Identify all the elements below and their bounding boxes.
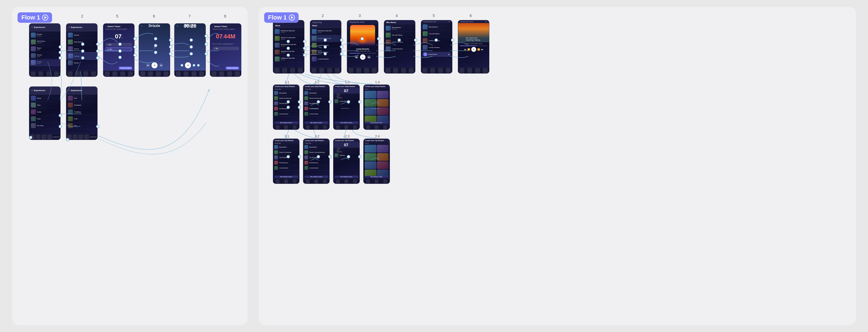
conn-dot[interactable] — [205, 34, 208, 37]
screen-r13[interactable]: Create your sleep Playlist 07: ✓ Tune ○ … — [333, 84, 360, 130]
screen-r22[interactable]: Create your nap Playlist Today Mix Mount… — [303, 139, 330, 184]
conn-dot[interactable] — [133, 45, 137, 49]
conn-dot[interactable] — [81, 56, 84, 59]
conn-dot[interactable] — [118, 56, 122, 59]
conn-dot[interactable] — [59, 114, 62, 117]
conn-dot[interactable] — [303, 54, 306, 57]
conn-dot[interactable] — [317, 100, 320, 104]
screen-r11[interactable]: Create your sleep Playlist Today Mix Mou… — [273, 84, 300, 130]
conn-dot[interactable] — [377, 37, 380, 40]
conn-dot[interactable] — [303, 47, 306, 50]
conn-dot[interactable] — [133, 37, 137, 40]
rcol-label-23: 2.3 — [345, 134, 350, 138]
screen-r4[interactable]: Mix None MountaineerAlt Rock The Hill Ob… — [384, 20, 415, 74]
conn-dot[interactable] — [451, 38, 454, 42]
conn-dot[interactable] — [190, 45, 193, 49]
conn-dot[interactable] — [59, 125, 62, 128]
conn-dot[interactable] — [154, 44, 157, 47]
list-item: The Hill Obliso — [421, 30, 452, 37]
conn-dot[interactable] — [287, 155, 290, 158]
conn-dot[interactable] — [205, 43, 208, 46]
conn-dot[interactable] — [118, 49, 122, 53]
screen-r12[interactable]: Create your sleep Playlist Today Mix Mou… — [303, 84, 330, 130]
screen-1[interactable]: ≡ Experiences DrizzleNature Soil VoicesA… — [29, 23, 61, 77]
screen-r5[interactable]: Playing Mix name▼ Mountaineer The Hill O… — [421, 20, 452, 74]
conn-dot[interactable] — [298, 100, 301, 104]
conn-dot[interactable] — [81, 49, 84, 53]
conn-dot[interactable] — [287, 100, 290, 104]
conn-dot[interactable] — [323, 38, 327, 42]
screen-r6[interactable]: Playing Mix name▼ We Hand You Anything P… — [458, 20, 489, 74]
list-item: Flute — [29, 115, 60, 122]
conn-dot[interactable] — [29, 136, 32, 139]
screen-2b[interactable]: ≡ Experiences Cell Heartbeat Tumbling Tr… — [66, 86, 97, 140]
conn-dot[interactable] — [340, 45, 343, 49]
conn-dot[interactable] — [358, 155, 362, 158]
conn-dot[interactable] — [328, 100, 332, 104]
right-flow-header[interactable]: Flow 1 — [264, 12, 299, 23]
screen-1b[interactable]: ≡ Experiences Piano Harp Guitar Flute — [29, 86, 61, 140]
conn-dot[interactable] — [66, 138, 69, 141]
conn-dot[interactable] — [347, 155, 350, 158]
conn-dot[interactable] — [358, 100, 362, 104]
screen-r3[interactable]: Playing Mix name Lively Deserts Lovely C… — [347, 20, 378, 74]
conn-dot[interactable] — [303, 40, 306, 43]
conn-dot[interactable] — [287, 106, 290, 109]
right-flow-panel: Flow 1 1 2 3 4 5 6 1.1 1.2 1.3 1.4 2.1 2… — [259, 7, 856, 325]
conn-dot[interactable] — [298, 106, 301, 109]
screen-8[interactable]: ‹ Select Timer Select how long it should… — [210, 23, 241, 77]
conn-dot[interactable] — [133, 54, 137, 57]
conn-dot[interactable] — [169, 45, 172, 49]
screen-r23[interactable]: Create your nap Playlist 07: ✓ Tune ○ Ze… — [333, 139, 360, 184]
conn-dot[interactable] — [340, 38, 343, 42]
conn-dot[interactable] — [414, 38, 417, 42]
conn-dot[interactable] — [169, 38, 172, 42]
conn-dot[interactable] — [59, 56, 62, 59]
conn-dot[interactable] — [347, 100, 350, 104]
conn-dot[interactable] — [323, 52, 327, 55]
conn-dot[interactable] — [96, 125, 99, 128]
conn-dot[interactable] — [59, 51, 62, 54]
col-label-5: 5 — [116, 14, 118, 18]
list-item: Top Hill Sides — [303, 155, 329, 160]
conn-dot[interactable] — [96, 56, 99, 59]
rcol-label-5: 5 — [433, 13, 435, 18]
conn-dot[interactable] — [154, 37, 157, 40]
list-item: Mountaineer — [273, 90, 299, 96]
left-flow-header[interactable]: Flow 1 — [18, 12, 52, 23]
screen-r24[interactable]: Create your nap Playlist iOS 1 Mix Getti… — [363, 139, 390, 184]
conn-dot[interactable] — [340, 52, 343, 55]
screen-6[interactable]: ≡ Drizzle ✕ ⏮ ⏸ ⏭ — [138, 23, 170, 77]
conn-dot[interactable] — [361, 37, 364, 40]
list-item: Soil VoicesAmbient — [29, 39, 60, 46]
conn-dot[interactable] — [118, 43, 122, 46]
conn-dot[interactable] — [59, 45, 62, 49]
conn-dot[interactable] — [169, 52, 172, 55]
conn-dot[interactable] — [323, 45, 327, 49]
conn-dot[interactable] — [287, 40, 290, 43]
conn-dot[interactable] — [287, 47, 290, 50]
conn-dot[interactable] — [190, 38, 193, 42]
list-item: BeamLight — [29, 46, 60, 52]
conn-dot[interactable] — [96, 43, 99, 46]
conn-dot[interactable] — [190, 52, 193, 55]
conn-dot[interactable] — [317, 155, 320, 158]
left-play-button[interactable] — [42, 15, 48, 21]
screen-r21[interactable]: Create your nap Playlist Today Mix Mount… — [273, 139, 300, 184]
conn-dot[interactable] — [287, 54, 290, 57]
conn-dot[interactable] — [298, 155, 301, 158]
list-item: Mountaineer — [303, 145, 329, 150]
bottom-nav — [334, 178, 360, 184]
conn-dot[interactable] — [205, 52, 208, 55]
conn-dot[interactable] — [154, 51, 157, 54]
conn-dot[interactable] — [435, 38, 438, 42]
right-play-button[interactable] — [289, 15, 295, 21]
left-flow-panel: Flow 1 1 2 5 6 7 8 — [12, 7, 248, 325]
conn-dot[interactable] — [398, 38, 401, 42]
timer-option[interactable]: ○ No — [212, 47, 239, 50]
conn-dot[interactable] — [81, 43, 84, 46]
screen-7[interactable]: ≡ Drizzle 00:20 ✕ ⏸ — [174, 23, 206, 77]
conn-dot[interactable] — [328, 155, 332, 158]
screen-r14[interactable]: Create your sleep Playlist iOS 1 Mix Get… — [363, 84, 390, 130]
conn-dot[interactable] — [96, 49, 99, 53]
